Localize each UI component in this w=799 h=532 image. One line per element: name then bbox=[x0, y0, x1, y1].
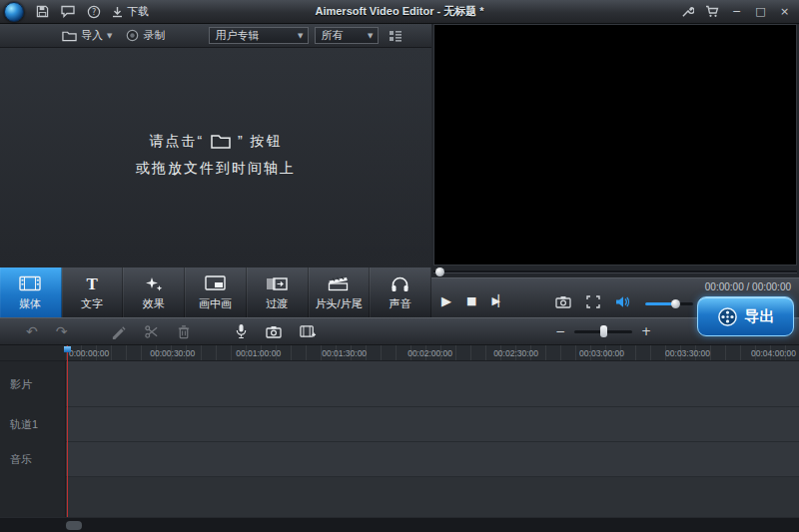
download-button[interactable]: 下载 bbox=[112, 4, 149, 19]
media-toolbar: 导入 ▼ 录制 用户专辑 ▼ 所有 ▼ bbox=[0, 24, 431, 48]
playhead-line[interactable] bbox=[67, 345, 68, 517]
play-button[interactable]: ▶ bbox=[441, 293, 451, 308]
timeline-ruler[interactable]: 0:00:00:00 00:00:30:00 00:01:00:00 00:01… bbox=[66, 345, 799, 361]
minimize-button[interactable]: − bbox=[729, 4, 744, 19]
album-select[interactable]: 用户专辑 ▼ bbox=[209, 27, 309, 44]
zoom-in-button[interactable]: + bbox=[641, 324, 651, 338]
scrollbar-handle[interactable] bbox=[66, 521, 82, 530]
volume-button[interactable] bbox=[615, 294, 630, 312]
import-button[interactable]: 导入 ▼ bbox=[62, 28, 112, 43]
zoom-knob[interactable] bbox=[600, 325, 607, 337]
camera-icon bbox=[266, 325, 282, 338]
help-icon[interactable]: ? bbox=[86, 4, 102, 20]
text-icon: T bbox=[86, 274, 97, 293]
redo-button[interactable]: ↷ bbox=[56, 324, 68, 338]
ruler-label: 00:04:00:00 bbox=[751, 348, 796, 358]
pip-icon bbox=[205, 274, 226, 293]
tab-text[interactable]: T 文字 bbox=[62, 267, 124, 317]
split-button[interactable] bbox=[144, 324, 159, 339]
import-hint-line1: 请点击“ ” 按钮 bbox=[149, 128, 282, 155]
effects-icon bbox=[144, 274, 164, 293]
trash-icon bbox=[177, 324, 191, 339]
ruler-label: 00:00:30:00 bbox=[150, 348, 195, 358]
ruler-label: 00:02:00:00 bbox=[407, 348, 452, 358]
horizontal-scrollbar[interactable] bbox=[0, 517, 799, 532]
tools-icon[interactable] bbox=[679, 4, 695, 20]
track-row-track1[interactable] bbox=[66, 407, 799, 442]
edit-button[interactable] bbox=[111, 324, 126, 339]
tab-intro-credits[interactable]: 片头/片尾 bbox=[309, 267, 371, 317]
album-select-value: 用户专辑 bbox=[215, 28, 259, 43]
preview-seekbar[interactable] bbox=[433, 266, 797, 277]
filter-select[interactable]: 所有 ▼ bbox=[315, 27, 379, 44]
maximize-button[interactable]: □ bbox=[753, 4, 768, 19]
tab-pip[interactable]: 画中画 bbox=[185, 267, 247, 317]
tab-effects[interactable]: 效果 bbox=[123, 267, 185, 317]
voiceover-button[interactable] bbox=[235, 323, 248, 339]
import-label: 导入 bbox=[81, 28, 103, 43]
save-icon[interactable] bbox=[34, 4, 50, 20]
tab-label: 画中画 bbox=[199, 296, 232, 311]
volume-knob[interactable] bbox=[671, 299, 680, 308]
snapshot-button[interactable] bbox=[555, 294, 571, 312]
ruler-label: 00:03:00:00 bbox=[579, 348, 624, 358]
ruler-corner bbox=[0, 345, 66, 361]
undo-button[interactable]: ↶ bbox=[26, 324, 38, 338]
camera-icon bbox=[555, 295, 571, 308]
playhead-handle[interactable] bbox=[64, 346, 71, 352]
zoom-slider[interactable] bbox=[574, 330, 632, 333]
zoom-out-button[interactable]: − bbox=[555, 324, 565, 338]
tab-label: 文字 bbox=[81, 296, 103, 311]
record-label: 录制 bbox=[143, 28, 165, 43]
titlebar: ? 下载 Aimersoft Video Editor - 无标题 * − □ … bbox=[0, 0, 799, 24]
add-clip-button[interactable] bbox=[300, 324, 317, 338]
track-label-video: 影片 bbox=[10, 377, 32, 392]
feedback-icon[interactable] bbox=[60, 4, 76, 20]
tab-media[interactable]: 媒体 bbox=[0, 267, 62, 317]
transition-icon bbox=[266, 274, 288, 293]
cart-icon[interactable] bbox=[704, 4, 720, 20]
chevron-down-icon: ▼ bbox=[107, 32, 112, 40]
headphones-icon bbox=[391, 274, 409, 293]
speaker-icon bbox=[615, 295, 630, 308]
video-preview[interactable] bbox=[433, 24, 797, 266]
tab-label: 过渡 bbox=[266, 296, 288, 311]
export-button[interactable]: 导出 bbox=[697, 296, 794, 336]
app-logo-icon bbox=[4, 2, 24, 22]
folder-icon bbox=[62, 30, 77, 42]
film-reel-icon bbox=[717, 306, 738, 327]
media-library-area[interactable]: 请点击“ ” 按钮 或拖放文件到时间轴上 bbox=[0, 48, 431, 267]
fullscreen-button[interactable] bbox=[586, 294, 600, 312]
film-add-icon bbox=[300, 324, 317, 338]
seek-handle[interactable] bbox=[435, 267, 444, 276]
fullscreen-icon bbox=[586, 295, 600, 308]
timeline-toolbar: ↶ ↷ − + bbox=[0, 317, 799, 345]
snapshot-timeline-button[interactable] bbox=[266, 325, 282, 338]
track-label-column: 影片 轨道1 音乐 bbox=[0, 361, 66, 517]
track-row-video[interactable] bbox=[66, 361, 799, 407]
tab-transition[interactable]: 过渡 bbox=[247, 267, 309, 317]
close-button[interactable]: × bbox=[777, 4, 792, 19]
ruler-label: 00:01:00:00 bbox=[236, 348, 281, 358]
record-button[interactable]: 录制 bbox=[126, 28, 165, 43]
view-toggle-button[interactable] bbox=[389, 30, 402, 42]
next-frame-button[interactable]: ▶▏ bbox=[491, 294, 504, 307]
delete-button[interactable] bbox=[177, 324, 191, 339]
download-label: 下载 bbox=[127, 4, 149, 19]
tab-audio[interactable]: 声音 bbox=[370, 267, 431, 317]
hint-prefix: 请点击“ bbox=[149, 128, 204, 155]
tab-label: 效果 bbox=[143, 296, 165, 311]
chevron-down-icon: ▼ bbox=[298, 32, 303, 40]
timeline-tracks: 影片 轨道1 音乐 bbox=[0, 361, 799, 517]
stop-button[interactable]: ■ bbox=[466, 294, 476, 307]
ruler-label: 00:01:30:00 bbox=[322, 348, 367, 358]
tab-label: 声音 bbox=[390, 296, 411, 311]
volume-track bbox=[645, 302, 693, 305]
volume-slider[interactable] bbox=[645, 302, 693, 305]
volume-fill bbox=[645, 302, 674, 305]
track-row-music[interactable] bbox=[66, 442, 799, 477]
track-label-track1: 轨道1 bbox=[10, 417, 38, 432]
import-hint-line2: 或拖放文件到时间轴上 bbox=[136, 155, 296, 182]
hint-suffix: ” 按钮 bbox=[238, 128, 283, 155]
record-icon bbox=[126, 29, 139, 42]
